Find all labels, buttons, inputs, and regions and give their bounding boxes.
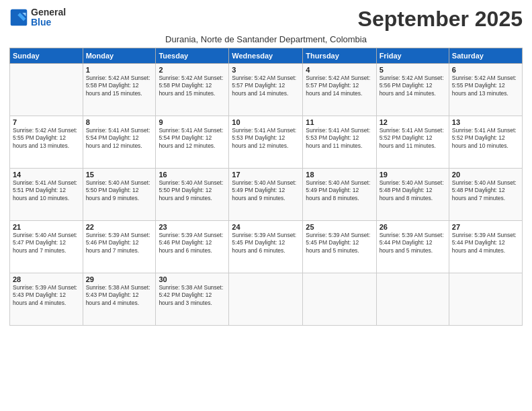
day-info: Sunrise: 5:40 AM Sunset: 5:49 PM Dayligh… [232, 179, 300, 202]
day-info: Sunrise: 5:39 AM Sunset: 5:46 PM Dayligh… [159, 232, 226, 255]
calendar-cell: 6Sunrise: 5:42 AM Sunset: 5:55 PM Daylig… [449, 64, 522, 116]
day-info: Sunrise: 5:39 AM Sunset: 5:46 PM Dayligh… [86, 232, 153, 255]
calendar-week-row: 1Sunrise: 5:42 AM Sunset: 5:58 PM Daylig… [10, 64, 523, 116]
day-info: Sunrise: 5:42 AM Sunset: 5:57 PM Dayligh… [232, 75, 300, 97]
day-info: Sunrise: 5:40 AM Sunset: 5:50 PM Dayligh… [159, 179, 226, 202]
calendar-cell: 25Sunrise: 5:39 AM Sunset: 5:45 PM Dayli… [303, 221, 376, 273]
col-header-saturday: Saturday [449, 48, 522, 64]
day-info: Sunrise: 5:41 AM Sunset: 5:51 PM Dayligh… [13, 179, 80, 202]
day-number: 26 [380, 223, 446, 231]
calendar-cell: 23Sunrise: 5:39 AM Sunset: 5:46 PM Dayli… [156, 221, 229, 273]
col-header-wednesday: Wednesday [229, 48, 303, 64]
calendar-cell: 5Sunrise: 5:42 AM Sunset: 5:56 PM Daylig… [376, 64, 449, 116]
day-info: Sunrise: 5:39 AM Sunset: 5:45 PM Dayligh… [306, 232, 373, 255]
day-number: 9 [159, 118, 226, 126]
day-info: Sunrise: 5:41 AM Sunset: 5:52 PM Dayligh… [452, 127, 519, 150]
day-info: Sunrise: 5:39 AM Sunset: 5:44 PM Dayligh… [380, 232, 446, 255]
calendar-cell: 28Sunrise: 5:39 AM Sunset: 5:43 PM Dayli… [10, 273, 83, 326]
calendar-cell [10, 64, 83, 116]
day-number: 17 [232, 171, 300, 179]
day-info: Sunrise: 5:40 AM Sunset: 5:47 PM Dayligh… [13, 232, 80, 255]
calendar-cell: 2Sunrise: 5:42 AM Sunset: 5:58 PM Daylig… [156, 64, 229, 116]
header-row: General Blue September 2025 [9, 7, 523, 32]
page-container: General Blue September 2025 Durania, Nor… [0, 0, 532, 330]
calendar-header-row: SundayMondayTuesdayWednesdayThursdayFrid… [10, 48, 523, 64]
col-header-monday: Monday [83, 48, 156, 64]
day-info: Sunrise: 5:41 AM Sunset: 5:53 PM Dayligh… [306, 127, 373, 150]
day-number: 11 [306, 118, 373, 126]
calendar-cell: 8Sunrise: 5:41 AM Sunset: 5:54 PM Daylig… [83, 116, 156, 169]
day-number: 2 [159, 66, 226, 74]
calendar-cell: 1Sunrise: 5:42 AM Sunset: 5:58 PM Daylig… [83, 64, 156, 116]
calendar-cell: 22Sunrise: 5:39 AM Sunset: 5:46 PM Dayli… [83, 221, 156, 273]
day-number: 18 [306, 171, 373, 179]
calendar-cell: 24Sunrise: 5:39 AM Sunset: 5:45 PM Dayli… [229, 221, 303, 273]
calendar-cell [229, 273, 303, 326]
calendar-cell: 11Sunrise: 5:41 AM Sunset: 5:53 PM Dayli… [303, 116, 376, 169]
calendar-cell: 26Sunrise: 5:39 AM Sunset: 5:44 PM Dayli… [376, 221, 449, 273]
calendar-cell: 9Sunrise: 5:41 AM Sunset: 5:54 PM Daylig… [156, 116, 229, 169]
calendar-cell: 17Sunrise: 5:40 AM Sunset: 5:49 PM Dayli… [229, 169, 303, 221]
day-number: 27 [452, 223, 519, 231]
calendar-cell [449, 273, 522, 326]
calendar-cell: 12Sunrise: 5:41 AM Sunset: 5:52 PM Dayli… [376, 116, 449, 169]
day-info: Sunrise: 5:40 AM Sunset: 5:49 PM Dayligh… [306, 179, 373, 202]
calendar-cell: 20Sunrise: 5:40 AM Sunset: 5:48 PM Dayli… [449, 169, 522, 221]
day-info: Sunrise: 5:42 AM Sunset: 5:58 PM Dayligh… [159, 75, 226, 97]
day-number: 4 [306, 66, 373, 74]
day-info: Sunrise: 5:38 AM Sunset: 5:42 PM Dayligh… [159, 284, 226, 307]
day-number: 1 [86, 66, 153, 74]
month-title: September 2025 [358, 7, 523, 32]
day-number: 14 [13, 171, 80, 179]
day-number: 6 [452, 66, 519, 74]
day-info: Sunrise: 5:42 AM Sunset: 5:56 PM Dayligh… [380, 75, 446, 97]
calendar-cell: 21Sunrise: 5:40 AM Sunset: 5:47 PM Dayli… [10, 221, 83, 273]
calendar-cell: 29Sunrise: 5:38 AM Sunset: 5:43 PM Dayli… [83, 273, 156, 326]
col-header-friday: Friday [376, 48, 449, 64]
calendar-cell: 19Sunrise: 5:40 AM Sunset: 5:48 PM Dayli… [376, 169, 449, 221]
day-number: 21 [13, 223, 80, 231]
calendar-cell: 15Sunrise: 5:40 AM Sunset: 5:50 PM Dayli… [83, 169, 156, 221]
day-info: Sunrise: 5:40 AM Sunset: 5:48 PM Dayligh… [380, 179, 446, 202]
day-number: 30 [159, 275, 226, 283]
col-header-tuesday: Tuesday [156, 48, 229, 64]
day-number: 10 [232, 118, 300, 126]
day-number: 24 [232, 223, 300, 231]
calendar-cell: 27Sunrise: 5:39 AM Sunset: 5:44 PM Dayli… [449, 221, 522, 273]
day-info: Sunrise: 5:39 AM Sunset: 5:43 PM Dayligh… [13, 284, 80, 307]
calendar-cell: 3Sunrise: 5:42 AM Sunset: 5:57 PM Daylig… [229, 64, 303, 116]
calendar-week-row: 21Sunrise: 5:40 AM Sunset: 5:47 PM Dayli… [10, 221, 523, 273]
day-number: 23 [159, 223, 226, 231]
day-info: Sunrise: 5:41 AM Sunset: 5:52 PM Dayligh… [380, 127, 446, 150]
calendar-cell [303, 273, 376, 326]
day-number: 20 [452, 171, 519, 179]
calendar-week-row: 7Sunrise: 5:42 AM Sunset: 5:55 PM Daylig… [10, 116, 523, 169]
day-number: 12 [380, 118, 446, 126]
day-number: 13 [452, 118, 519, 126]
calendar-table: SundayMondayTuesdayWednesdayThursdayFrid… [9, 48, 523, 326]
day-number: 8 [86, 118, 153, 126]
calendar-cell: 10Sunrise: 5:41 AM Sunset: 5:53 PM Dayli… [229, 116, 303, 169]
day-info: Sunrise: 5:42 AM Sunset: 5:55 PM Dayligh… [13, 127, 80, 150]
calendar-cell: 18Sunrise: 5:40 AM Sunset: 5:49 PM Dayli… [303, 169, 376, 221]
calendar-cell: 16Sunrise: 5:40 AM Sunset: 5:50 PM Dayli… [156, 169, 229, 221]
day-number: 29 [86, 275, 153, 283]
day-info: Sunrise: 5:39 AM Sunset: 5:45 PM Dayligh… [232, 232, 300, 255]
day-number: 22 [86, 223, 153, 231]
day-info: Sunrise: 5:40 AM Sunset: 5:48 PM Dayligh… [452, 179, 519, 202]
calendar-cell: 13Sunrise: 5:41 AM Sunset: 5:52 PM Dayli… [449, 116, 522, 169]
calendar-cell: 7Sunrise: 5:42 AM Sunset: 5:55 PM Daylig… [10, 116, 83, 169]
calendar-cell: 14Sunrise: 5:41 AM Sunset: 5:51 PM Dayli… [10, 169, 83, 221]
calendar-week-row: 14Sunrise: 5:41 AM Sunset: 5:51 PM Dayli… [10, 169, 523, 221]
calendar-cell: 4Sunrise: 5:42 AM Sunset: 5:57 PM Daylig… [303, 64, 376, 116]
day-info: Sunrise: 5:40 AM Sunset: 5:50 PM Dayligh… [86, 179, 153, 202]
subtitle: Durania, Norte de Santander Department, … [9, 34, 523, 44]
calendar-cell [376, 273, 449, 326]
calendar-cell: 30Sunrise: 5:38 AM Sunset: 5:42 PM Dayli… [156, 273, 229, 326]
day-info: Sunrise: 5:42 AM Sunset: 5:57 PM Dayligh… [306, 75, 373, 97]
day-number: 19 [380, 171, 446, 179]
day-info: Sunrise: 5:41 AM Sunset: 5:54 PM Dayligh… [159, 127, 226, 150]
day-info: Sunrise: 5:42 AM Sunset: 5:58 PM Dayligh… [86, 75, 153, 97]
col-header-sunday: Sunday [10, 48, 83, 64]
logo-icon [9, 8, 28, 27]
